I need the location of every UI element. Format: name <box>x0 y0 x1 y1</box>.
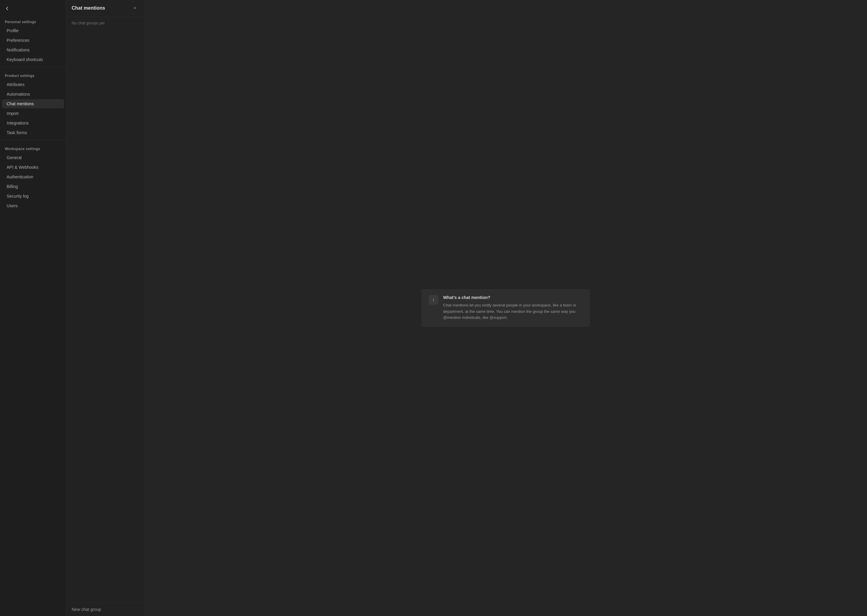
sidebar-item-attributes[interactable]: Attributes <box>2 80 64 89</box>
sidebar-item-label: Security log <box>6 194 28 198</box>
info-card: i What's a chat mention? Chat mentions l… <box>421 289 590 327</box>
info-body: Chat mentions let you notify several peo… <box>443 302 583 321</box>
sidebar-item-label: Chat mentions <box>6 101 34 106</box>
sidebar-item-billing[interactable]: Billing <box>2 182 64 191</box>
product-settings-header: Product settings <box>0 69 66 80</box>
divider-1 <box>0 67 66 67</box>
sidebar-item-preferences[interactable]: Preferences <box>2 36 64 45</box>
middle-header: Chat mentions + <box>66 0 144 17</box>
sidebar-item-label: General <box>6 155 22 160</box>
sidebar-item-general[interactable]: General <box>2 153 64 162</box>
sidebar: Personal settings Profile Preferences No… <box>0 0 66 616</box>
sidebar-item-label: Automations <box>6 92 30 97</box>
divider-2 <box>0 140 66 140</box>
sidebar-item-profile[interactable]: Profile <box>2 26 64 35</box>
sidebar-item-label: Integrations <box>6 121 28 126</box>
sidebar-item-task-forms[interactable]: Task forms <box>2 128 64 137</box>
sidebar-item-integrations[interactable]: Integrations <box>2 118 64 127</box>
info-title: What's a chat mention? <box>443 295 583 300</box>
sidebar-item-label: Authentication <box>6 174 33 179</box>
add-chat-group-button[interactable]: + <box>131 4 139 12</box>
sidebar-item-import[interactable]: Import <box>2 109 64 118</box>
sidebar-item-label: Import <box>6 111 19 116</box>
sidebar-item-label: Attributes <box>6 82 24 87</box>
info-icon: i <box>429 295 438 305</box>
sidebar-item-label: Notifications <box>6 47 30 52</box>
back-button[interactable] <box>0 4 66 16</box>
sidebar-item-chat-mentions[interactable]: Chat mentions <box>2 99 64 108</box>
middle-panel-title: Chat mentions <box>72 5 105 11</box>
sidebar-item-label: Profile <box>6 28 19 33</box>
back-icon <box>5 6 9 11</box>
sidebar-item-authentication[interactable]: Authentication <box>2 172 64 181</box>
sidebar-item-label: Users <box>6 203 18 208</box>
middle-panel: Chat mentions + No chat groups yet New c… <box>66 0 145 616</box>
main-content: i What's a chat mention? Chat mentions l… <box>145 0 867 616</box>
sidebar-item-label: Task forms <box>6 130 27 135</box>
sidebar-item-automations[interactable]: Automations <box>2 90 64 99</box>
sidebar-item-security-log[interactable]: Security log <box>2 192 64 201</box>
sidebar-item-keyboard-shortcuts[interactable]: Keyboard shortcuts <box>2 55 64 64</box>
empty-state-text: No chat groups yet <box>66 17 144 30</box>
sidebar-item-users[interactable]: Users <box>2 201 64 210</box>
info-text: What's a chat mention? Chat mentions let… <box>443 295 583 321</box>
new-chat-group-button[interactable]: New chat group <box>66 602 144 616</box>
sidebar-item-label: Keyboard shortcuts <box>6 57 43 62</box>
sidebar-item-label: Billing <box>6 184 18 189</box>
personal-settings-header: Personal settings <box>0 16 66 26</box>
workspace-settings-header: Workspace settings <box>0 143 66 153</box>
sidebar-item-api-webhooks[interactable]: API & Webhooks <box>2 163 64 172</box>
sidebar-item-label: API & Webhooks <box>6 165 39 170</box>
sidebar-item-notifications[interactable]: Notifications <box>2 46 64 55</box>
sidebar-item-label: Preferences <box>6 38 29 43</box>
